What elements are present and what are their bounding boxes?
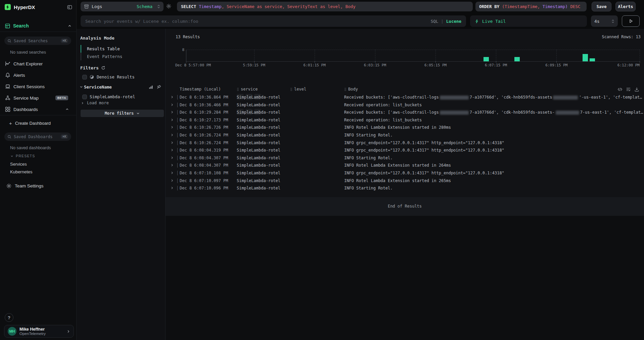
log-text: INFO Rotel Lambda Extension started in 2… [344,125,451,130]
table-row[interactable]: Dec 8 6:10:36.864 PM SimpleLambda-rotel … [166,94,644,101]
table-row[interactable]: Dec 8 6:08:04.307 PM SimpleLambda-rotel … [166,154,644,162]
load-more-button[interactable]: Load more [81,101,109,105]
dashboards-icon [5,107,10,112]
source-select[interactable]: Logs Schema [81,2,164,11]
facet-value: SimpleLambda-rotel [82,94,161,100]
table-row[interactable]: Dec 8 6:10:26.726 PM SimpleLambda-rotel … [166,124,644,131]
sidebar-item-search[interactable]: Search [5,22,72,30]
table-row[interactable]: Dec 8 6:08:04.319 PM SimpleLambda-rotel … [166,147,644,154]
sidebar-collapse-icon[interactable] [67,5,72,10]
drag-handle-icon[interactable] [290,88,292,91]
cell-body: INFO Rotel Lambda Extension started in 2… [340,124,644,131]
order-by-editor[interactable]: ORDER BY (TimestampTime, Timestamp) DESC [475,2,587,11]
row-expander-icon[interactable] [171,179,174,182]
table-row[interactable]: Dec 8 6:10:26.724 PM SimpleLambda-rotel … [166,131,644,139]
search-input[interactable] [85,19,428,24]
sidebar-item-client-sessions[interactable]: Client Sessions [5,81,73,92]
row-expander-icon[interactable] [171,118,174,121]
more-filters-button[interactable]: More filters [81,110,164,117]
table-row[interactable]: Dec 8 6:10:36.466 PM SimpleLambda-rotel … [166,101,644,109]
log-text: INFO Rotel Lambda Extension started in 2… [344,163,451,168]
cell-service: SimpleLambda-rotel [232,124,286,131]
code-view-icon[interactable] [617,87,623,92]
saved-searches-input[interactable]: ⌘K [4,37,71,45]
row-expander-icon[interactable] [171,96,174,99]
row-expander-icon[interactable] [171,171,174,174]
results-table: Dec 8 6:10:36.864 PM SimpleLambda-rotel … [166,94,644,192]
search-icon [7,39,11,43]
play-button[interactable] [622,15,640,27]
sidebar-item-dashboards[interactable]: Dashboards [5,104,73,115]
shortcut-badge: ⌘K [61,134,68,139]
drag-handle-icon[interactable] [344,88,347,91]
saved-dashboards-input[interactable]: ⌘K [4,132,71,141]
hyperdx-logo[interactable]: HyperDX [5,3,72,11]
saved-dashboards-field[interactable] [14,134,58,139]
row-expander-icon[interactable] [171,186,174,189]
source-settings-button[interactable] [166,3,172,9]
wrap-lines-icon[interactable] [626,87,631,92]
chart-bar [590,58,595,61]
saved-searches-field[interactable] [14,39,58,43]
sidebar-item-alerts[interactable]: Alerts [5,69,73,81]
row-expander-icon[interactable] [171,156,174,159]
row-expander-icon[interactable] [171,111,174,114]
table-row[interactable]: Dec 8 6:07:10.108 PM SimpleLambda-rotel … [166,169,644,177]
help-button[interactable]: ? [5,313,13,322]
presets-header[interactable]: PRESETS [10,154,35,158]
x-axis-label: 5:59:15 PM [243,63,265,67]
row-expander-icon[interactable] [171,149,174,152]
preset-item-services[interactable]: Services [10,160,73,168]
topbar: Logs Schema SELECT Timestamp, ServiceNam… [77,0,644,29]
preset-item-kubernetes[interactable]: Kubernetes [10,168,73,176]
sql-select-editor[interactable]: SELECT Timestamp, ServiceName as service… [177,2,473,11]
table-row[interactable]: Dec 8 6:10:27.173 PM SimpleLambda-rotel … [166,116,644,124]
facet-servicename-header[interactable]: ServiceName [80,84,161,90]
denoise-checkbox[interactable] [82,75,87,79]
table-row[interactable]: Dec 8 6:08:04.307 PM SimpleLambda-rotel … [166,162,644,169]
refresh-icon[interactable] [101,66,105,70]
table-row[interactable]: Dec 8 6:10:29.284 PM SimpleLambda-rotel … [166,109,644,116]
table-row[interactable]: Dec 8 6:10:26.724 PM SimpleLambda-rotel … [166,139,644,147]
chart-bar [514,57,520,61]
chart-gridline [435,50,436,61]
row-expander-icon[interactable] [171,103,174,106]
cell-service: SimpleLambda-rotel [232,154,286,162]
download-icon[interactable] [634,87,639,92]
search-bar[interactable]: SQL | Lucene [81,15,466,27]
analysis-mode-event-patterns[interactable]: Event Patterns [81,53,161,60]
column-header-timestamp[interactable]: Timestamp (Local) [180,87,232,92]
cell-body: Received buckets: ['aws-cloudtrail-logs7… [340,109,644,116]
alerts-button[interactable]: Alerts [615,2,636,11]
row-expander-icon[interactable] [171,126,174,129]
log-text: '-us-east-1', 'cf-templat… [579,95,642,100]
table-row[interactable]: Dec 8 6:07:10.097 PM SimpleLambda-rotel … [166,177,644,185]
row-expander-icon[interactable] [171,164,174,167]
save-button[interactable]: Save [592,2,611,11]
log-text: Received buckets: ['aws-cloudtrail-logs [344,95,439,100]
column-header-body[interactable]: Body [340,87,644,92]
column-header-service[interactable]: service [232,87,286,92]
cell-timestamp: Dec 8 6:10:27.173 PM [180,116,232,124]
cell-timestamp: Dec 8 6:10:36.466 PM [180,101,232,109]
analysis-mode-results-table[interactable]: Results Table [81,45,161,53]
row-expander-icon[interactable] [171,133,174,136]
row-expander-icon[interactable] [171,141,174,144]
live-tail-button[interactable]: Live Tail [470,15,587,27]
column-header-level[interactable]: level [286,87,340,92]
facet-chart-icon[interactable] [149,85,153,89]
lucene-language-toggle[interactable]: Lucene [446,19,461,24]
sidebar-item-service-map[interactable]: Service MapBETA [5,92,73,104]
sidebar-item-team-settings[interactable]: Team Settings [6,183,44,189]
table-row[interactable]: Dec 8 6:07:10.096 PM SimpleLambda-rotel … [166,184,644,192]
severity-indicator [177,140,178,145]
log-text: Received buckets: ['aws-cloudtrail-logs [344,110,439,115]
facet-pin-icon[interactable] [157,85,161,89]
refresh-interval-select[interactable]: 4s [591,15,618,27]
facet-value-checkbox[interactable] [82,95,87,99]
user-card[interactable]: MH Mike Heffner OpenTelemetry [4,325,74,338]
sidebar-item-chart-explorer[interactable]: Chart Explorer [5,58,73,69]
drag-handle-icon[interactable] [237,88,239,91]
create-dashboard-button[interactable]: + Create Dashboard [9,120,51,126]
sql-language-toggle[interactable]: SQL [431,19,439,24]
